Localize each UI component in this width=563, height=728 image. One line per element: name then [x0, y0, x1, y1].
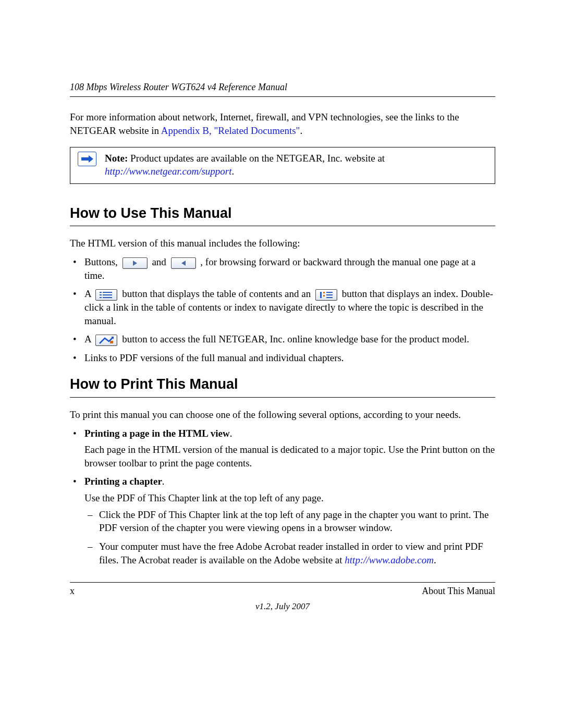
svg-rect-2 [100, 292, 102, 293]
svg-rect-15 [110, 341, 113, 343]
bullet-kb: A button to access the full NETGEAR, Inc… [84, 332, 495, 346]
print-html-view: Printing a page in the HTML view. Each p… [84, 427, 495, 470]
svg-rect-4 [100, 294, 102, 295]
svg-rect-5 [103, 294, 112, 295]
svg-rect-6 [100, 297, 102, 298]
note-body: Product updates are available on the NET… [128, 153, 385, 164]
heading-how-to-print: How to Print This Manual [70, 375, 495, 397]
text: A [84, 288, 93, 299]
print-html-title: Printing a page in the HTML view [84, 428, 230, 439]
version-line: v1.2, July 2007 [70, 601, 495, 613]
svg-rect-8 [320, 292, 322, 298]
page: 108 Mbps Wireless Router WGT624 v4 Refer… [0, 0, 563, 728]
note-suffix: . [231, 166, 234, 177]
print-chapter-sublist: Click the PDF of This Chapter link at th… [84, 508, 495, 567]
bullet-buttons-nav: Buttons, and , for browsing forward or b… [84, 255, 495, 282]
intro-paragraph: For more information about network, Inte… [70, 110, 495, 137]
note-label: Note: [105, 153, 128, 164]
svg-rect-7 [103, 297, 112, 298]
period: . [162, 476, 165, 487]
note-text: Note: Product updates are available on t… [104, 147, 495, 183]
section1-lead: The HTML version of this manual includes… [70, 237, 495, 250]
svg-rect-13 [326, 297, 333, 298]
text: button that displays the table of conten… [122, 288, 313, 299]
note-icon-cell [70, 147, 104, 170]
text: and [152, 256, 168, 267]
print-chapter: Printing a chapter. Use the PDF of This … [84, 475, 495, 566]
period: . [230, 428, 232, 439]
section2-lead: To print this manual you can choose one … [70, 408, 495, 422]
sub-item-2: Your computer must have the free Adobe A… [99, 540, 495, 566]
page-number: x [70, 585, 75, 597]
svg-rect-3 [103, 292, 112, 293]
note-box: Note: Product updates are available on t… [70, 147, 495, 184]
toc-button-icon [95, 289, 117, 301]
index-button-icon [315, 289, 337, 301]
footer: x About This Manual [70, 582, 495, 597]
arrow-right-icon [78, 152, 96, 166]
bullet-toc-index: A button that displays the table of cont… [84, 287, 495, 327]
section1-bullets: Buttons, and , for browsing forward or b… [70, 255, 495, 364]
svg-rect-12 [326, 294, 333, 295]
heading-how-to-use: How to Use This Manual [70, 204, 495, 226]
svg-rect-10 [323, 295, 325, 297]
knowledge-base-button-icon [95, 335, 117, 346]
section2-bullets: Printing a page in the HTML view. Each p… [70, 427, 495, 567]
text: Buttons, [84, 256, 120, 267]
text: button to access the full NETGEAR, Inc. … [122, 334, 469, 344]
back-button-icon [171, 257, 196, 269]
print-html-body: Each page in the HTML version of the man… [84, 443, 495, 470]
adobe-link[interactable]: http://www.adobe.com [345, 554, 434, 565]
netgear-support-link[interactable]: http://www.netgear.com/support [105, 166, 231, 177]
svg-marker-1 [89, 155, 93, 163]
svg-rect-9 [323, 292, 325, 293]
appendix-link[interactable]: Appendix B, "Related Documents" [161, 125, 300, 136]
svg-rect-0 [81, 157, 89, 161]
sub-item-1: Click the PDF of This Chapter link at th… [99, 508, 495, 535]
intro-suffix: . [300, 125, 302, 136]
bullet-pdf-links: Links to PDF versions of the full manual… [84, 351, 495, 365]
running-header: 108 Mbps Wireless Router WGT624 v4 Refer… [70, 81, 495, 97]
text: A [84, 334, 93, 344]
footer-section: About This Manual [422, 585, 495, 597]
forward-button-icon [123, 257, 148, 269]
text: . [434, 554, 436, 565]
svg-rect-11 [326, 292, 333, 293]
print-chapter-title: Printing a chapter [84, 476, 162, 487]
text: Links to PDF versions of the full manual… [84, 352, 344, 363]
print-chapter-body: Use the PDF of This Chapter link at the … [84, 491, 495, 505]
